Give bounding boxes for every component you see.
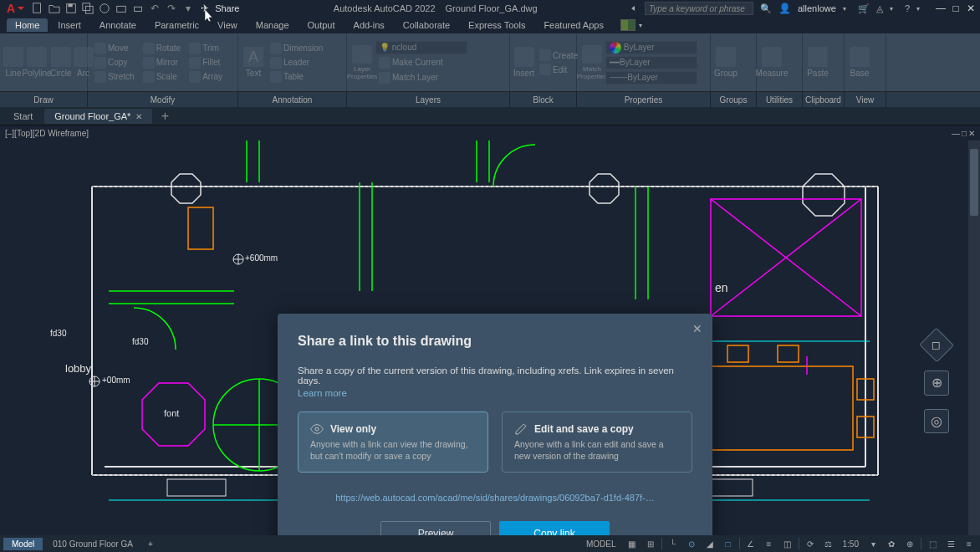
copy-link-button[interactable]: Copy link — [499, 521, 610, 535]
paste-button[interactable]: Paste — [806, 45, 829, 80]
viewport-minimize-icon[interactable]: — — [952, 129, 960, 138]
osnap-icon[interactable]: □ — [721, 537, 736, 550]
viewport-close-icon[interactable]: ✕ — [968, 129, 975, 138]
model-tab[interactable]: Model — [3, 538, 43, 550]
tab-add-button[interactable]: + — [157, 109, 172, 124]
nav-wheel[interactable]: ◎ — [924, 409, 949, 433]
close-button[interactable]: ✕ — [965, 3, 977, 14]
edit-block-button[interactable]: Edit — [536, 63, 581, 76]
menu-express-tools[interactable]: Express Tools — [460, 18, 533, 32]
layer-select[interactable]: 💡 ncloud — [375, 41, 467, 54]
array-button[interactable]: Array — [186, 70, 226, 84]
layer-properties-button[interactable]: Layer Properties — [350, 45, 374, 80]
qat-dropdown-icon[interactable]: ▾ — [181, 2, 195, 15]
menu-view[interactable]: View — [209, 18, 246, 32]
menu-swatch-drop-icon[interactable]: ▾ — [639, 22, 642, 29]
customization-icon[interactable]: ≡ — [962, 537, 977, 550]
autodesk-icon[interactable]: ◬ — [876, 3, 883, 14]
snap-icon[interactable]: ⊞ — [643, 537, 658, 550]
user-icon[interactable]: 👤 — [778, 3, 791, 14]
user-name[interactable]: allenlowe — [798, 3, 836, 13]
option-view-only[interactable]: View only Anyone with a link can view th… — [298, 411, 488, 473]
maximize-button[interactable]: □ — [950, 3, 962, 14]
menu-output[interactable]: Output — [299, 18, 344, 32]
menu-parametric[interactable]: Parametric — [146, 18, 207, 32]
menu-home[interactable]: Home — [7, 18, 48, 32]
match-properties-button[interactable]: Match Properties — [580, 45, 604, 80]
viewport-maximize-icon[interactable]: □ — [962, 129, 967, 138]
dialog-close-button[interactable]: ✕ — [692, 322, 702, 335]
scale-button[interactable]: Scale — [140, 70, 184, 84]
panel-label-annotation[interactable]: Annotation — [238, 92, 347, 107]
mirror-button[interactable]: Mirror — [140, 56, 184, 69]
menu-insert[interactable]: Insert — [49, 18, 89, 32]
menu-addins[interactable]: Add-ins — [345, 18, 393, 32]
share-url-link[interactable]: https://web.autocad.com/acad/me/sid/shar… — [298, 493, 692, 503]
menu-annotate[interactable]: Annotate — [91, 18, 145, 32]
autodesk-dropdown-icon[interactable]: ▾ — [890, 5, 893, 13]
selection-cycling-icon[interactable]: ⟳ — [803, 537, 818, 550]
share-label[interactable]: Share — [215, 3, 239, 13]
panel-label-properties[interactable]: Properties — [577, 92, 711, 107]
cart-icon[interactable]: 🛒 — [858, 3, 870, 14]
stretch-button[interactable]: Stretch — [91, 70, 138, 84]
qat-open-icon[interactable] — [48, 2, 61, 15]
help-dropdown-icon[interactable]: ▾ — [916, 5, 920, 13]
otrack-icon[interactable]: ∠ — [743, 537, 758, 550]
qat-save-icon[interactable] — [64, 2, 78, 15]
measure-button[interactable]: Measure — [760, 45, 783, 80]
layout-add-icon[interactable]: + — [143, 537, 158, 550]
annotation-monitor-icon[interactable]: ⊕ — [902, 537, 917, 550]
app-logo[interactable]: A — [3, 2, 28, 15]
nav-compass[interactable]: ⊕ — [924, 371, 949, 395]
panel-label-utilities[interactable]: Utilities — [757, 92, 803, 107]
panel-label-block[interactable]: Block — [510, 92, 577, 107]
transparency-icon[interactable]: ◫ — [780, 537, 795, 550]
scale-dropdown-icon[interactable]: ▾ — [865, 537, 880, 550]
search-icon[interactable]: 🔍 — [760, 3, 772, 14]
menu-featured-apps[interactable]: Featured Apps — [535, 18, 612, 32]
rotate-button[interactable]: Rotate — [140, 42, 184, 55]
qat-redo-icon[interactable]: ↷ — [165, 2, 178, 15]
ortho-icon[interactable]: └ — [666, 537, 681, 550]
trim-button[interactable]: Trim — [186, 42, 226, 55]
tab-close-icon[interactable]: ✕ — [135, 112, 142, 121]
user-dropdown-icon[interactable]: ▾ — [843, 5, 846, 13]
qat-undo-icon[interactable]: ↶ — [148, 2, 161, 15]
viewport-label[interactable]: [–][Top][2D Wireframe] — [5, 129, 89, 138]
help-icon[interactable]: ? — [905, 3, 910, 13]
viewcube[interactable]: ◇ — [919, 328, 954, 363]
lineweight-icon[interactable]: ≡ — [762, 537, 777, 550]
annotation-scale-icon[interactable]: ⚖ — [821, 537, 836, 550]
quick-properties-icon[interactable]: ☰ — [943, 537, 958, 550]
circle-button[interactable]: Circle — [50, 45, 72, 80]
panel-label-view[interactable]: View — [845, 92, 886, 107]
scrollbar-vertical[interactable] — [968, 141, 980, 535]
status-model-label[interactable]: MODEL — [581, 539, 621, 549]
property-linetype-select[interactable]: ─── ByLayer — [605, 71, 697, 84]
search-input[interactable]: Type a keyword or phrase — [645, 2, 753, 15]
isodraft-icon[interactable]: ◢ — [702, 537, 717, 550]
qat-print-icon[interactable] — [131, 2, 145, 15]
text-button[interactable]: AText — [242, 45, 265, 80]
workspace-icon[interactable]: ✿ — [884, 537, 899, 550]
panel-label-groups[interactable]: Groups — [711, 92, 757, 107]
tab-active-document[interactable]: Ground Floor_GA*✕ — [44, 109, 152, 124]
move-button[interactable]: Move — [91, 42, 138, 55]
create-block-button[interactable]: Create — [536, 49, 581, 62]
property-color-select[interactable]: ByLayer — [605, 41, 697, 54]
drawing-canvas[interactable]: lobby fd30 fd30 font +600mm +00mm en ◇ ⊕… — [0, 141, 980, 535]
scale-value[interactable]: 1:50 — [840, 539, 862, 549]
base-button[interactable]: Base — [848, 45, 871, 80]
learn-more-link[interactable]: Learn more — [298, 388, 692, 398]
qat-saveas-icon[interactable] — [81, 2, 94, 15]
qat-web-icon[interactable] — [98, 2, 111, 15]
panel-label-layers[interactable]: Layers — [347, 92, 510, 107]
match-layer-button[interactable]: Match Layer — [375, 71, 467, 84]
menu-collaborate[interactable]: Collaborate — [395, 18, 458, 32]
arc-button[interactable]: Arc — [74, 45, 94, 80]
property-lineweight-select[interactable]: ━━ ByLayer — [605, 56, 697, 69]
insert-button[interactable]: Insert — [513, 45, 534, 80]
leader-button[interactable]: Leader — [267, 56, 326, 69]
minimize-button[interactable]: — — [935, 3, 947, 14]
